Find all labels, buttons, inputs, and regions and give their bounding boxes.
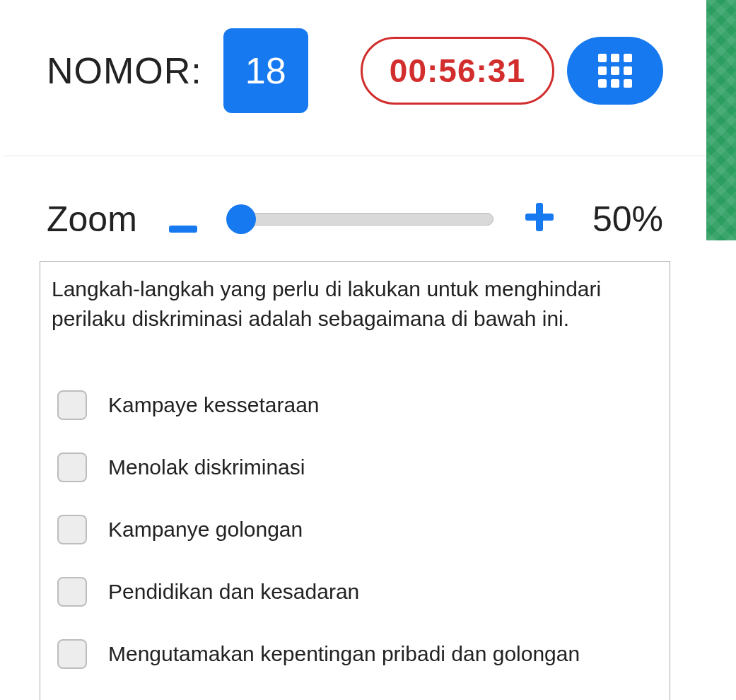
zoom-slider[interactable] xyxy=(229,205,493,233)
zoom-in-button[interactable] xyxy=(522,199,557,239)
svg-rect-2 xyxy=(525,214,554,221)
zoom-controls: Zoom 50% xyxy=(4,156,706,261)
quiz-card: NOMOR: 18 00:56:31 Zoom 50% xyxy=(4,0,706,700)
checkbox[interactable] xyxy=(57,577,87,607)
option-row[interactable]: Kampanye golongan xyxy=(52,515,658,544)
option-label: Menolak diskriminasi xyxy=(108,455,305,479)
question-grid-button[interactable] xyxy=(567,37,663,105)
option-label: Pendidikan dan kesadaran xyxy=(108,580,359,604)
question-text: Langkah-langkah yang perlu di lakukan un… xyxy=(52,274,658,334)
countdown-timer: 00:56:31 xyxy=(361,37,554,105)
option-label: Kampanye golongan xyxy=(108,518,303,542)
svg-rect-0 xyxy=(169,226,197,233)
zoom-out-button[interactable] xyxy=(165,199,201,239)
zoom-label: Zoom xyxy=(47,199,137,240)
question-number-value: 18 xyxy=(223,28,308,113)
option-label: Kampaye kessetaraan xyxy=(108,393,320,417)
header-bar: NOMOR: 18 00:56:31 xyxy=(4,0,706,156)
question-number-label: NOMOR: xyxy=(47,49,202,92)
grid-icon xyxy=(598,54,632,88)
option-row[interactable]: Pendidikan dan kesadaran xyxy=(52,577,658,607)
zoom-percentage: 50% xyxy=(585,199,663,240)
decorative-sidebar xyxy=(706,0,736,240)
zoom-slider-thumb[interactable] xyxy=(226,204,256,234)
checkbox[interactable] xyxy=(57,390,87,420)
checkbox[interactable] xyxy=(57,453,87,482)
option-row[interactable]: Kampaye kessetaraan xyxy=(52,390,658,420)
question-container: Langkah-langkah yang perlu di lakukan un… xyxy=(40,261,670,700)
checkbox[interactable] xyxy=(57,639,87,669)
option-row[interactable]: Mengutamakan kepentingan pribadi dan gol… xyxy=(52,639,658,669)
checkbox[interactable] xyxy=(57,515,87,544)
option-label: Mengutamakan kepentingan pribadi dan gol… xyxy=(108,642,580,666)
option-row[interactable]: Menolak diskriminasi xyxy=(52,453,658,482)
